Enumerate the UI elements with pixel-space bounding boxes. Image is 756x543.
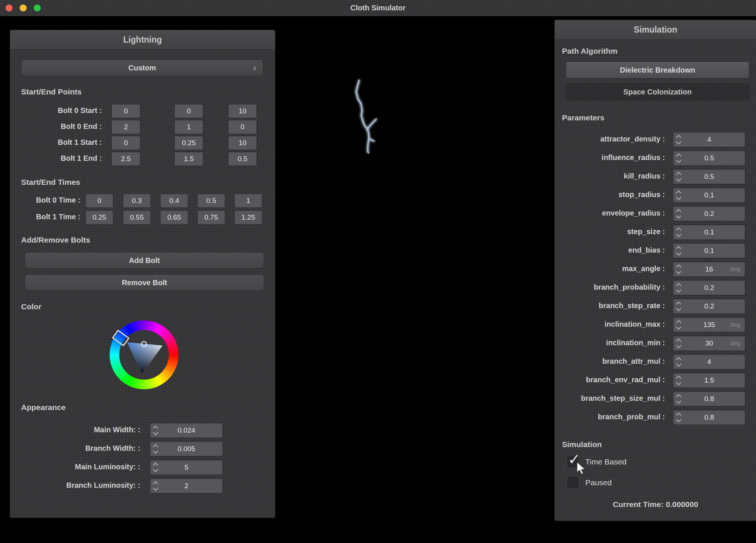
lightning-panel-title: Lightning [10,30,275,50]
point-row-label: Bolt 1 End : [21,154,102,163]
parameters-section-title: Parameters [562,113,604,122]
bolt1-time-field[interactable]: 0.55 [123,210,151,224]
lightning-panel: Lightning Custom › Start/End Points Bolt… [10,30,275,518]
parameter-label: influence_radius : [562,153,665,162]
field-value: 5 [184,463,188,471]
field-step-size[interactable]: 0.1 [673,225,745,240]
parameter-label: inclination_max : [562,320,665,329]
parameter-label: branch_prob_mul : [562,413,665,421]
field-attractor-density[interactable]: 4 [673,132,745,147]
add-bolt-button[interactable]: Add Bolt [25,252,264,269]
dielectric-breakdown-button[interactable]: Dielectric Breakdown [566,61,749,79]
field-branch-prob-mul[interactable]: 0.8 [673,410,745,425]
bolt1-time-field[interactable]: 0.25 [86,210,113,224]
point-row-label: Bolt 0 End : [21,122,102,131]
field-value: 4 [707,358,711,366]
chevron-right-icon: › [253,60,256,76]
bolt0-time-field[interactable]: 0.5 [197,194,225,208]
bolt0-time-field[interactable]: 0 [86,194,113,208]
field-value: 4 [707,136,711,143]
field-inclination-min[interactable]: 30 deg [673,336,745,351]
parameter-label: end_bias : [562,246,665,254]
field-inclination-max[interactable]: 135 deg [673,317,745,332]
bolt0-time-field[interactable]: 0.3 [123,194,151,208]
stepper-arrows-icon[interactable] [677,339,680,347]
field-value: 0.2 [704,284,714,292]
simulation-panel-title: Simulation [555,20,756,40]
preset-dropdown-button[interactable]: Custom › [21,60,263,76]
stepper-arrows-icon[interactable] [677,136,680,144]
field-branch-luminosity[interactable]: 2 [150,479,223,493]
appearance-section-title: Appearance [21,403,66,412]
bolt0-time-field[interactable]: 0.4 [160,194,188,208]
field-branch-probability[interactable]: 0.2 [673,280,745,295]
bolt0-start-x-field[interactable]: 0 [111,104,140,118]
stepper-arrows-icon[interactable] [677,154,680,162]
stepper-arrows-icon[interactable] [677,247,680,255]
stepper-arrows-icon[interactable] [677,228,680,236]
stepper-arrows-icon[interactable] [154,463,157,472]
stepper-arrows-icon[interactable] [677,284,680,292]
field-value: 30 [705,339,713,347]
field-value: 0.1 [704,247,714,254]
field-value: 0.024 [178,426,195,434]
bolt1-time-field[interactable]: 0.75 [197,210,225,224]
space-colonization-button[interactable]: Space Colonization [566,83,749,100]
stepper-arrows-icon[interactable] [677,395,680,403]
parameter-label: branch_step_rate : [562,302,665,310]
field-unit: deg [730,336,740,350]
field-influence-radius[interactable]: 0.5 [673,151,745,166]
bolt0-time-field[interactable]: 1 [234,194,262,208]
field-value: 0.5 [704,173,714,180]
stepper-arrows-icon[interactable] [154,482,157,490]
bolt1-end-y-field[interactable]: 1.5 [174,152,203,166]
parameter-label: attractor_density : [562,135,665,143]
field-main-width[interactable]: 0.024 [150,423,223,438]
field-main-luminosity[interactable]: 5 [150,460,223,475]
point-row-label: Bolt 1 Start : [21,138,102,147]
stepper-arrows-icon[interactable] [677,191,680,199]
mouse-cursor-icon [576,462,588,476]
paused-checkbox[interactable] [567,477,579,489]
color-wheel[interactable] [110,320,178,389]
stepper-arrows-icon[interactable] [677,413,680,422]
field-end-bias[interactable]: 0.1 [673,243,745,258]
stepper-arrows-icon[interactable] [677,376,680,384]
bolt0-start-y-field[interactable]: 0 [174,104,203,118]
stepper-arrows-icon[interactable] [677,302,680,310]
field-unit: deg [730,262,740,276]
stepper-arrows-icon[interactable] [154,426,157,434]
stepper-arrows-icon[interactable] [677,173,680,181]
bolt1-end-z-field[interactable]: 0.5 [228,152,257,166]
bolt0-start-z-field[interactable]: 10 [228,104,257,118]
bolt0-end-y-field[interactable]: 1 [174,120,203,134]
stepper-arrows-icon[interactable] [154,445,157,453]
remove-bolt-button[interactable]: Remove Bolt [25,274,264,291]
bolt1-time-field[interactable]: 0.65 [160,210,188,224]
stepper-arrows-icon[interactable] [677,321,680,329]
field-branch-step-size-mul[interactable]: 0.8 [673,392,745,406]
bolt1-start-x-field[interactable]: 0 [111,136,140,150]
bolt1-end-x-field[interactable]: 2.5 [111,152,140,166]
field-max-angle[interactable]: 16 deg [673,262,745,277]
field-value: 0.8 [704,413,714,421]
stepper-arrows-icon[interactable] [677,358,680,366]
stepper-arrows-icon[interactable] [677,265,680,273]
parameter-label: kill_radius : [562,172,665,180]
field-branch-attr-mul[interactable]: 4 [673,354,745,369]
bolt1-start-z-field[interactable]: 10 [228,136,257,150]
field-kill-radius[interactable]: 0.5 [673,169,745,184]
field-branch-width[interactable]: 0.005 [150,442,223,456]
field-stop-radius[interactable]: 0.1 [673,188,745,203]
bolt1-start-y-field[interactable]: 0.25 [174,136,203,150]
field-branch-step-rate[interactable]: 0.2 [673,299,745,314]
bolt1-time-field[interactable]: 1.25 [234,210,262,224]
bolt0-end-z-field[interactable]: 0 [228,120,257,134]
field-envelope-radius[interactable]: 0.2 [673,206,745,221]
times-section-title: Start/End Times [21,178,80,187]
bolt-small-branch-path [369,139,374,141]
bolt0-end-x-field[interactable]: 2 [111,120,140,134]
simulation-subsection-title: Simulation [562,440,602,449]
stepper-arrows-icon[interactable] [677,210,680,218]
field-branch-env-rad-mul[interactable]: 1.5 [673,373,745,388]
